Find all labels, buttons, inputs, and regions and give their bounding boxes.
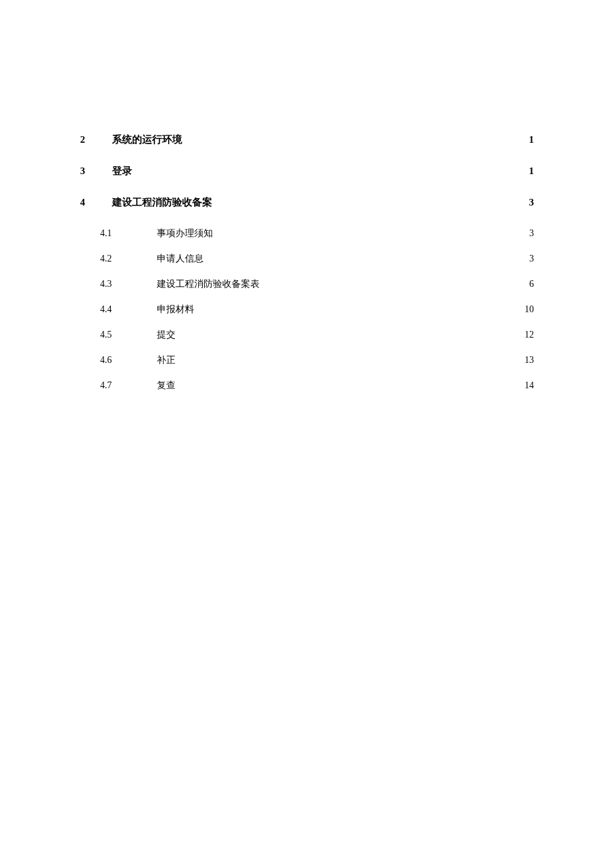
toc-page-number: 3	[523, 197, 534, 208]
toc-number: 4.2	[100, 254, 157, 264]
toc-subentry[interactable]: 4.3 建设工程消防验收备案表 6	[80, 278, 534, 290]
toc-page-number: 1	[523, 165, 534, 177]
toc-page-number: 14	[523, 380, 534, 391]
toc-title: 复查	[157, 380, 176, 392]
toc-title: 建设工程消防验收备案表	[157, 278, 260, 290]
toc-subentry[interactable]: 4.2 申请人信息 3	[80, 253, 534, 265]
toc-number: 2	[80, 134, 112, 145]
toc-number: 4.5	[100, 330, 157, 340]
toc-title: 登录	[112, 165, 132, 177]
toc-title: 申请人信息	[157, 253, 204, 265]
toc-title: 补正	[157, 354, 176, 366]
toc-page-number: 10	[523, 304, 534, 315]
toc-title: 提交	[157, 329, 176, 341]
toc-title: 申报材料	[157, 304, 194, 316]
toc-title: 系统的运行环境	[112, 133, 182, 146]
toc-subentry[interactable]: 4.1 事项办理须知 3	[80, 228, 534, 240]
toc-page-number: 13	[523, 355, 534, 366]
toc-page-number: 6	[523, 279, 534, 290]
toc-number: 3	[80, 165, 112, 177]
toc-entry[interactable]: 2 系统的运行环境 1	[80, 133, 534, 146]
toc-subentry[interactable]: 4.5 提交 12	[80, 329, 534, 341]
toc-page-number: 3	[523, 254, 534, 264]
toc-page-number: 3	[523, 228, 534, 239]
toc-title: 建设工程消防验收备案	[112, 196, 212, 209]
toc-number: 4.3	[100, 279, 157, 290]
toc-number: 4.6	[100, 355, 157, 366]
toc-number: 4.1	[100, 228, 157, 239]
toc-subentry[interactable]: 4.7 复查 14	[80, 380, 534, 392]
toc-title: 事项办理须知	[157, 228, 213, 240]
toc-page-number: 1	[523, 134, 534, 145]
toc-container: 2 系统的运行环境 1 3 登录 1 4 建设工程消防验收备案 3 4.1 事项…	[80, 133, 534, 392]
toc-subentry[interactable]: 4.4 申报材料 10	[80, 304, 534, 316]
toc-subentry[interactable]: 4.6 补正 13	[80, 354, 534, 366]
toc-number: 4	[80, 197, 112, 208]
toc-entry[interactable]: 4 建设工程消防验收备案 3	[80, 196, 534, 209]
toc-number: 4.4	[100, 304, 157, 315]
toc-page-number: 12	[523, 330, 534, 340]
toc-entry[interactable]: 3 登录 1	[80, 165, 534, 177]
toc-number: 4.7	[100, 380, 157, 391]
